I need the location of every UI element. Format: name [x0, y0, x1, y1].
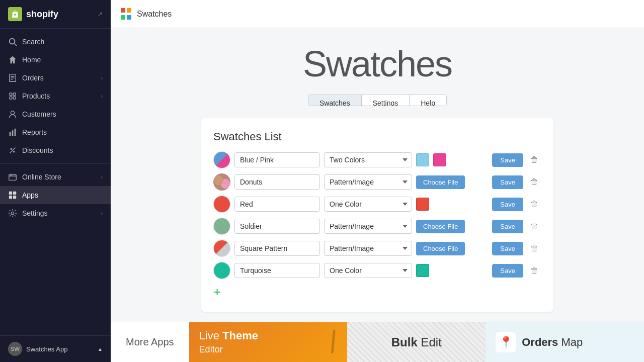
delete-button-soldier[interactable]: 🗑: [527, 220, 541, 233]
orders-map-banner[interactable]: 📍 Orders Map: [486, 322, 644, 363]
sidebar-item-search[interactable]: Search: [0, 33, 111, 51]
swatch-color-red[interactable]: [416, 198, 429, 211]
svg-point-18: [10, 175, 11, 176]
live-theme-text: Live ThemeEditor: [199, 329, 258, 355]
save-button-donuts[interactable]: Save: [492, 175, 523, 189]
products-icon: [8, 92, 17, 101]
swatch-type-select-square-pattern[interactable]: Pattern/ImageTwo ColorsOne Color: [324, 241, 412, 256]
delete-button-square-pattern[interactable]: 🗑: [527, 242, 541, 255]
sidebar-item-customers[interactable]: Customers: [0, 105, 111, 123]
choose-file-button-donuts[interactable]: Choose File: [416, 175, 465, 189]
delete-button-turquoise[interactable]: 🗑: [527, 264, 541, 277]
svg-point-7: [13, 93, 16, 96]
swatch-type-select-blue-pink[interactable]: Two ColorsOne ColorPattern/Image: [324, 152, 412, 167]
sidebar-item-apps[interactable]: Apps: [0, 186, 111, 204]
swatch-color-turquoise[interactable]: [416, 264, 429, 277]
swatch-name-input-square-pattern[interactable]: [234, 241, 320, 256]
save-button-square-pattern[interactable]: Save: [492, 242, 523, 255]
tab-settings[interactable]: Settings: [362, 95, 410, 106]
sidebar-item-home[interactable]: Home: [0, 51, 111, 69]
swatch-color-1[interactable]: [416, 153, 429, 166]
sidebar-label-products: Products: [22, 92, 50, 100]
choose-file-button-square-pattern[interactable]: Choose File: [416, 242, 465, 255]
apps-icon: [8, 191, 17, 200]
bottom-banner: More Apps Live ThemeEditor / Bulk Edit 📍…: [111, 322, 644, 362]
map-icon: 📍: [496, 332, 516, 352]
swatch-type-select-soldier[interactable]: Pattern/ImageTwo ColorsOne Color: [324, 219, 412, 234]
sidebar-label-orders: Orders: [22, 74, 44, 82]
swatch-preview-red: [213, 196, 230, 213]
add-swatch-button[interactable]: +: [213, 284, 221, 300]
delete-button-blue-pink[interactable]: 🗑: [527, 153, 541, 166]
sidebar: shopify ↗ Search Home Orders › Products …: [0, 0, 111, 362]
search-icon: [8, 37, 17, 46]
sidebar-item-orders[interactable]: Orders ›: [0, 69, 111, 87]
sidebar-item-discounts[interactable]: Discounts: [0, 141, 111, 159]
swatch-name-input-blue-pink[interactable]: [234, 152, 320, 167]
sidebar-label-customers: Customers: [22, 110, 56, 118]
sidebar-item-reports[interactable]: Reports: [0, 123, 111, 141]
swatch-type-select-donuts[interactable]: Pattern/ImageTwo ColorsOne Color: [324, 174, 412, 190]
swatch-name-input-turquoise[interactable]: [234, 263, 320, 278]
bulk-edit-text: Bulk: [391, 335, 418, 349]
main-content: Swatches Swatches Swatches Settings Help…: [111, 0, 644, 362]
orders-icon: [8, 73, 17, 82]
sidebar-footer[interactable]: SW Swatches App ▲: [0, 335, 111, 362]
save-button-turquoise[interactable]: Save: [492, 264, 523, 278]
swatch-preview-soldier: [213, 218, 230, 235]
tabs: Swatches Settings Help: [308, 95, 447, 106]
swatch-type-select-turquoise[interactable]: One ColorTwo ColorsPattern/Image: [324, 263, 412, 278]
swatch-color-2[interactable]: [433, 153, 446, 166]
reports-icon: [8, 128, 17, 137]
svg-point-8: [10, 97, 12, 99]
swatch-preview-square-pattern: [213, 240, 230, 257]
avatar: SW: [8, 342, 22, 356]
sidebar-label-discounts: Discounts: [22, 146, 53, 154]
svg-point-10: [11, 111, 14, 115]
delete-button-donuts[interactable]: 🗑: [527, 175, 541, 189]
save-button-red[interactable]: Save: [492, 198, 523, 211]
shopify-bag-icon: [8, 7, 22, 21]
sidebar-label-apps: Apps: [22, 191, 38, 199]
swatch-name-input-red[interactable]: [234, 197, 320, 212]
sidebar-item-products[interactable]: Products ›: [0, 87, 111, 105]
shopify-wordmark: shopify: [26, 9, 58, 20]
svg-rect-23: [13, 196, 16, 199]
page-heading: Swatches: [303, 43, 452, 84]
sidebar-logo[interactable]: shopify: [8, 7, 58, 21]
choose-file-button-soldier[interactable]: Choose File: [416, 220, 465, 233]
save-button-soldier[interactable]: Save: [492, 220, 523, 233]
slash-decoration: /: [326, 324, 340, 360]
delete-button-red[interactable]: 🗑: [527, 198, 541, 211]
swatch-row: Pattern/ImageTwo ColorsOne Color Choose …: [213, 218, 541, 235]
settings-chevron-icon: ›: [101, 211, 103, 216]
tab-help[interactable]: Help: [410, 95, 446, 106]
more-apps-label: More Apps: [111, 336, 189, 348]
svg-point-6: [10, 93, 12, 96]
svg-point-19: [11, 175, 12, 176]
live-theme-banner[interactable]: Live ThemeEditor /: [189, 322, 348, 363]
svg-point-24: [11, 212, 14, 214]
save-button-blue-pink[interactable]: Save: [492, 153, 523, 167]
swatch-row: One ColorTwo ColorsPattern/Image Save 🗑: [213, 262, 541, 279]
sidebar-nav: Search Home Orders › Products › Customer…: [0, 29, 111, 335]
sidebar-item-online-store[interactable]: Online Store ›: [0, 168, 111, 186]
sidebar-item-settings[interactable]: Settings ›: [0, 204, 111, 222]
svg-point-9: [13, 97, 16, 99]
tab-swatches[interactable]: Swatches: [308, 95, 362, 106]
online-store-icon: [8, 172, 17, 182]
swatch-row: Pattern/ImageTwo ColorsOne Color Choose …: [213, 240, 541, 257]
svg-rect-20: [9, 192, 12, 195]
card-title: Swatches List: [213, 130, 541, 143]
footer-chevron-icon: ▲: [98, 346, 103, 352]
external-link-icon[interactable]: ↗: [98, 11, 103, 18]
svg-rect-11: [10, 132, 11, 136]
bulk-edit-banner[interactable]: Bulk Edit: [347, 322, 486, 363]
swatch-name-input-donuts[interactable]: [234, 174, 320, 190]
swatch-type-select-red[interactable]: One ColorTwo ColorsPattern/Image: [324, 197, 412, 212]
swatch-name-input-soldier[interactable]: [234, 219, 320, 234]
svg-rect-21: [13, 192, 16, 195]
sidebar-label-search: Search: [22, 38, 44, 46]
customers-icon: [8, 110, 17, 119]
orders-chevron-icon: ›: [101, 75, 103, 81]
